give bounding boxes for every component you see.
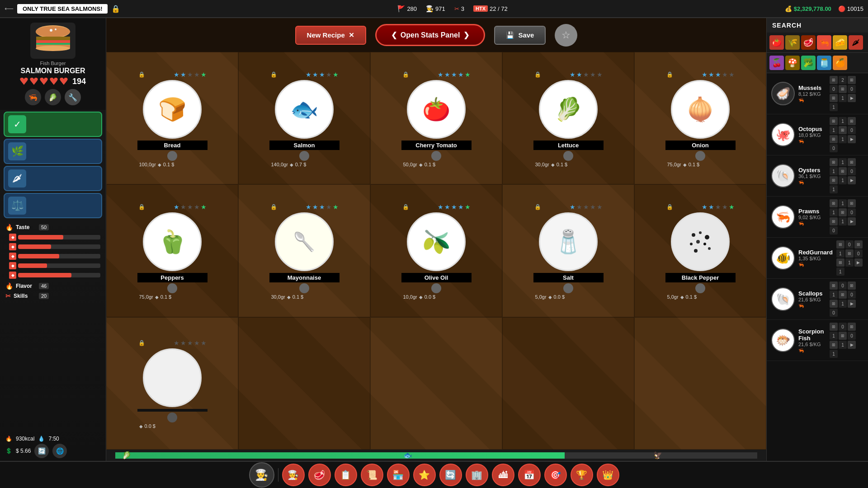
oysters-btn-2[interactable]: ⊞: [848, 158, 856, 166]
bottom-btn-3[interactable]: 📋: [335, 464, 357, 486]
bottom-btn-10[interactable]: 📅: [518, 464, 541, 486]
bottom-btn-5[interactable]: 🏪: [387, 464, 410, 486]
redgurnard-btn-3[interactable]: ⊞: [845, 249, 854, 258]
scorpion-btn-3[interactable]: ⊞: [839, 332, 847, 340]
octopus-btn-1[interactable]: ⊞: [830, 117, 838, 125]
prawns-btn-5[interactable]: ▶: [848, 217, 856, 225]
filter-cheese[interactable]: 🧀: [833, 35, 847, 50]
filter-mushroom[interactable]: 🍄: [785, 56, 800, 70]
empty-item-image[interactable]: [143, 348, 202, 407]
mussels-btn-4[interactable]: ⊞: [830, 94, 838, 102]
prawns-btn-4[interactable]: ⊞: [830, 217, 838, 225]
action-btn-3[interactable]: 🔧: [65, 89, 81, 105]
spice-btn[interactable]: 🌶: [4, 166, 102, 191]
olive-oil-image[interactable]: 🫒: [407, 212, 466, 271]
back-button[interactable]: ⟵: [5, 5, 14, 12]
salmon-image[interactable]: 🐟: [275, 80, 334, 139]
save-button[interactable]: 💾 Save: [494, 26, 546, 45]
oysters-btn-5[interactable]: ▶: [848, 176, 856, 184]
scallops-btn-4[interactable]: ⊞: [830, 300, 838, 308]
bottom-btn-13[interactable]: 👑: [597, 464, 619, 486]
black-pepper-image[interactable]: [671, 212, 730, 271]
ingredients-btn[interactable]: 🌿: [4, 139, 102, 164]
balance-btn[interactable]: ⚖️: [4, 193, 102, 218]
bottom-btn-8[interactable]: 🏢: [466, 464, 488, 486]
list-item-scallops[interactable]: 🐚 Scallops 21,6 $/KG 🦐 ⊞ 0 ⊞ 1 ⊞ 0 ⊞: [767, 279, 868, 320]
lettuce-image[interactable]: 🥬: [539, 80, 598, 139]
price-action-2[interactable]: 🌐: [52, 444, 67, 458]
mussels-btn-2[interactable]: ⊞: [848, 76, 856, 84]
filter-pepper[interactable]: 🌶: [849, 35, 863, 50]
scallops-btn-1[interactable]: ⊞: [830, 282, 838, 290]
bottom-btn-chef-main[interactable]: 👨‍🍳: [249, 462, 274, 488]
scallops-price: 21,6 $/KG: [798, 297, 826, 302]
bottom-btn-7[interactable]: 🔄: [439, 464, 462, 486]
redgurnard-btn-5[interactable]: ▶: [854, 258, 863, 267]
filter-fruit2[interactable]: 🍊: [833, 56, 847, 70]
scorpion-btn-5[interactable]: ▶: [848, 341, 856, 349]
oysters-btn-1[interactable]: ⊞: [830, 158, 838, 166]
favorite-button[interactable]: ☆: [555, 24, 577, 47]
filter-bottle[interactable]: 🫙: [817, 56, 831, 70]
oysters-image: 🐚: [771, 164, 795, 188]
bottom-btn-12[interactable]: 🏆: [571, 464, 593, 486]
redgurnard-btn-2[interactable]: ⊞: [854, 240, 863, 249]
octopus-btn-5[interactable]: ▶: [848, 135, 856, 143]
bottom-btn-4[interactable]: 📜: [361, 464, 383, 486]
list-item-scorpion-fish[interactable]: 🐡 Scorpion Fish 21,6 $/KG 🦐 ⊞ 0 ⊞ 1 ⊞ 0 …: [767, 320, 868, 361]
octopus-btn-4[interactable]: ⊞: [830, 135, 838, 143]
scorpion-btn-4[interactable]: ⊞: [830, 341, 838, 349]
coins-stat: 🔴 10015: [838, 5, 863, 12]
mussels-btn-3[interactable]: ⊞: [839, 85, 847, 93]
list-item-redgurnard[interactable]: 🐠 RedGurnard 1,35 $/KG 🦐 ⊞ 0 ⊞ 1 ⊞ 0 ⊞: [767, 238, 868, 279]
scorpion-actions: ⊞ 0 ⊞ 1 ⊞ 0 ⊞ 1 ▶ 1: [830, 323, 863, 358]
mussels-btn-5[interactable]: ▶: [848, 94, 856, 102]
filter-tomato[interactable]: 🍅: [769, 35, 784, 50]
prawns-btn-1[interactable]: ⊞: [830, 199, 838, 207]
bottom-btn-9[interactable]: 🏙: [492, 464, 514, 486]
octopus-btn-2[interactable]: ⊞: [848, 117, 856, 125]
list-item-octopus[interactable]: 🐙 Octopus 18,0 $/KG 🦐 ⊞ 1 ⊞ 1 ⊞ 0 ⊞ 1: [767, 114, 868, 155]
mussels-btn-1[interactable]: ⊞: [830, 76, 838, 84]
bottom-btn-2[interactable]: 🥩: [308, 464, 331, 486]
scallops-btn-3[interactable]: ⊞: [839, 291, 847, 299]
redgurnard-btn-4[interactable]: ⊞: [836, 258, 844, 267]
filter-grain[interactable]: 🌾: [785, 35, 800, 50]
bottom-btn-6[interactable]: ⭐: [413, 464, 436, 486]
price-action-1[interactable]: 🔄: [34, 444, 49, 458]
filter-veggie[interactable]: 🥦: [801, 56, 816, 70]
action-btn-2[interactable]: 🥬: [45, 89, 61, 105]
bottom-btn-1[interactable]: 👨‍🍳: [282, 464, 305, 486]
onion-image[interactable]: 🧅: [671, 80, 730, 139]
filter-shrimp[interactable]: 🦐: [817, 35, 831, 50]
octopus-btn-3[interactable]: ⊞: [839, 126, 847, 134]
scorpion-btn-2[interactable]: ⊞: [848, 323, 856, 331]
peppers-image[interactable]: 🫑: [143, 212, 202, 271]
bread-image[interactable]: 🍞: [143, 80, 202, 139]
scorpion-btn-1[interactable]: ⊞: [830, 323, 838, 331]
filter-berry[interactable]: 🍒: [769, 56, 784, 70]
prawns-btn-3[interactable]: ⊞: [839, 208, 847, 216]
scallops-btn-2[interactable]: ⊞: [848, 282, 856, 290]
bottom-btn-11[interactable]: 🎯: [544, 464, 567, 486]
svg-point-16: [708, 247, 711, 250]
scallops-btn-5[interactable]: ▶: [848, 300, 856, 308]
list-item-prawns[interactable]: 🦐 Prawns 9,02 $/KG 🦐 ⊞ 1 ⊞ 1 ⊞ 0 ⊞ 1: [767, 197, 868, 238]
cherry-tomato-image[interactable]: 🍅: [407, 80, 466, 139]
salt-image[interactable]: 🧂: [539, 212, 598, 271]
new-recipe-button[interactable]: New Recipe ✕: [295, 26, 366, 45]
verify-btn[interactable]: ✓: [4, 112, 102, 137]
oysters-btn-3[interactable]: ⊞: [839, 167, 847, 175]
filter-meat[interactable]: 🥩: [801, 35, 816, 50]
diamond-icon-2: ◆: [290, 162, 293, 167]
oysters-btn-4[interactable]: ⊞: [830, 176, 838, 184]
action-btn-1[interactable]: 🦐: [25, 89, 41, 105]
redgurnard-btn-1[interactable]: ⊞: [836, 240, 844, 249]
list-item-oysters[interactable]: 🐚 Oysters 36,1 $/KG 🦐 ⊞ 1 ⊞ 1 ⊞ 0 ⊞ 1: [767, 155, 868, 197]
mayo-image[interactable]: 🥄: [275, 212, 334, 271]
stats-panel-button[interactable]: ❮ Open Stats Panel ❯: [375, 24, 486, 46]
prawns-btn-2[interactable]: ⊞: [848, 199, 856, 207]
stats-label: Open Stats Panel: [401, 31, 460, 39]
list-item-mussels[interactable]: 🦪 Mussels 8,12 $/KG 🦐 ⊞ 2 ⊞ 0 ⊞ 0 ⊞ 1: [767, 73, 868, 114]
scorpion-num-1: 0: [839, 323, 847, 331]
